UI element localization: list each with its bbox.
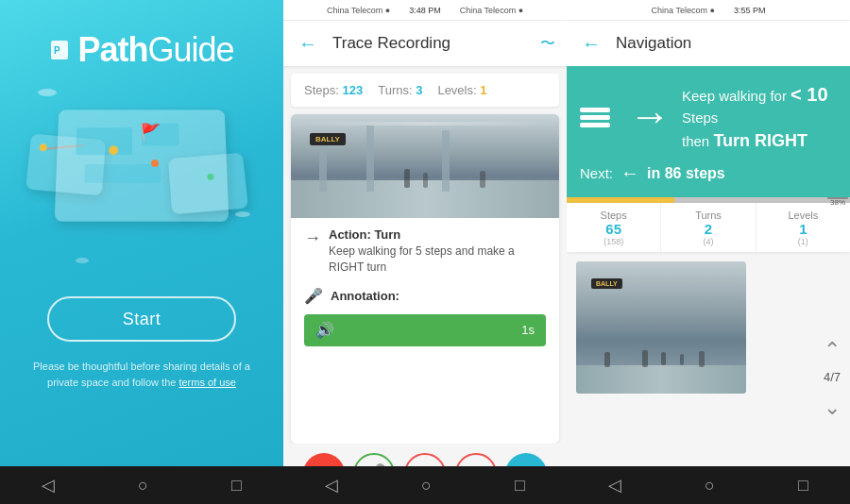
svg-text:P: P [54, 45, 60, 56]
person-1 [404, 169, 410, 188]
statusbar-carrier-left: China Telecom ● [327, 6, 390, 15]
trace-stats-row: Steps: 123 Turns: 3 Levels: 1 [291, 74, 559, 107]
terms-of-use-link[interactable]: terms of use [178, 377, 236, 388]
recents-nav-icon[interactable]: □ [231, 476, 242, 496]
android-nav-bar: ◁ ○ □ [0, 466, 283, 504]
deco-2 [235, 211, 250, 217]
location-image: BALLY [291, 114, 559, 218]
instruction-card: → Keep walking for < 10 Steps then Turn … [567, 66, 850, 197]
nav-person-2 [680, 354, 684, 365]
instruction-line-1: Keep walking for < 10 Steps [682, 81, 837, 127]
levels-stat: Levels: 1 [437, 83, 486, 97]
deco-1 [38, 89, 57, 96]
instruction-main-text: Keep walking for [682, 88, 787, 104]
navigation-arrow-icon [580, 108, 610, 127]
person-3 [480, 171, 485, 188]
map-room-3 [84, 164, 161, 183]
action-arrow-icon: → [304, 228, 321, 248]
turns-stat: Turns: 3 [378, 83, 422, 97]
pathguide-panel: P Path Guide 🚩 Start Please be thoughtfu… [0, 0, 283, 504]
trace-statusbar: China Telecom ● 3:48 PM China Telecom ● [283, 0, 567, 21]
instruction-then: then [682, 133, 709, 149]
airport-sign: BALLY [310, 133, 346, 145]
nav-statusbar-time: 3:55 PM [734, 6, 766, 15]
page-indicator: ⌃ 4/7 ⌄ [824, 337, 841, 419]
action-text-block: Action: Turn Keep walking for 5 steps an… [329, 227, 546, 276]
instruction-walking-text: Keep walking for < 10 Steps then Turn RI… [682, 81, 837, 153]
nav-levels-stat: Levels 1 (1) [756, 203, 850, 252]
instruction-main-row: → Keep walking for < 10 Steps then Turn … [580, 81, 837, 153]
annotation-section: 🎤 Annotation: [291, 281, 559, 314]
chevron-up-icon[interactable]: ⌃ [824, 337, 841, 361]
statusbar-carrier-right: China Telecom ● [460, 6, 523, 15]
instruction-text-container: → [629, 95, 671, 139]
progress-fill [567, 197, 674, 203]
next-row: Next: ← in 86 steps [580, 162, 837, 184]
home-nav-icon-3[interactable]: ○ [705, 476, 715, 496]
map-room-1 [76, 127, 132, 155]
map-card-right [168, 153, 248, 215]
instruction-line-2: then Turn RIGHT [682, 129, 837, 153]
arrow-line-2 [580, 115, 610, 120]
next-steps-text: in 86 steps [647, 165, 725, 182]
statusbar-time: 3:48 PM [409, 6, 441, 15]
map-flag-icon: 🚩 [140, 123, 161, 143]
trace-main-card: BALLY → Action: Turn Keep walking for 5 … [291, 114, 559, 444]
footer-text: Please be thoughtful before sharing deta… [0, 359, 283, 390]
page-number: 4/7 [824, 369, 841, 383]
map-dot-2 [109, 145, 118, 155]
nav-airport-floor [576, 365, 746, 394]
action-description: Keep walking for 5 steps and make a RIGH… [329, 244, 546, 276]
arrow-line-1 [580, 108, 610, 112]
nav-steps-stat: Steps 65 (158) [567, 203, 661, 252]
recents-nav-icon-3[interactable]: □ [798, 476, 808, 496]
app-logo: P Path Guide [49, 30, 233, 70]
nav-airport-bg: BALLY [576, 261, 746, 394]
person-2 [423, 173, 428, 188]
logo-guide-text: Guide [147, 30, 233, 70]
nav-turns-stat: Turns 2 (4) [661, 203, 756, 252]
pillar-3 [442, 130, 450, 192]
start-button[interactable]: Start [47, 296, 236, 342]
map-dot-3 [151, 160, 159, 167]
pillar-2 [366, 126, 374, 192]
ceiling-light [291, 122, 559, 126]
progress-bar: 38% [567, 197, 850, 203]
deco-3 [76, 258, 89, 263]
android-nav-bar-2: ◁ ○ □ [283, 466, 567, 504]
action-section: → Action: Turn Keep walking for 5 steps … [291, 218, 559, 281]
recents-nav-icon-2[interactable]: □ [515, 476, 525, 496]
map-dot-4 [207, 174, 214, 180]
back-nav-icon-3[interactable]: ◁ [608, 475, 621, 496]
logo-path-text: Path [77, 30, 147, 70]
next-label: Next: [580, 165, 613, 181]
nav-pillar-3 [699, 351, 705, 367]
navigation-panel: China Telecom ● 3:55 PM ← Navigation → [567, 0, 850, 504]
progress-label: 38% [827, 197, 848, 199]
trace-back-button[interactable]: ← [295, 30, 321, 57]
arrow-line-3 [580, 123, 610, 127]
nav-pillar-1 [604, 352, 610, 367]
map-illustration: 🚩 [28, 79, 255, 268]
nav-location-image: BALLY [576, 261, 746, 394]
nav-topbar: ← Navigation [567, 21, 850, 66]
back-nav-icon[interactable]: ◁ [42, 475, 55, 496]
nav-airport-sign: BALLY [591, 278, 622, 289]
wave-icon: 〜 [540, 34, 555, 54]
instruction-arrow-row: → [629, 95, 671, 137]
home-nav-icon-2[interactable]: ○ [421, 476, 432, 496]
steps-stat: Steps: 123 [304, 83, 363, 97]
instruction-turn: Turn RIGHT [713, 131, 808, 150]
home-nav-icon[interactable]: ○ [138, 476, 148, 496]
annotation-audio-bar[interactable]: 🔊 1s [304, 314, 546, 346]
chevron-down-icon[interactable]: ⌄ [824, 395, 841, 419]
microphone-icon: 🎤 [304, 287, 323, 305]
instruction-unit: Steps [682, 109, 718, 126]
path-logo-icon: P [49, 37, 76, 63]
play-icon[interactable]: 🔊 [315, 321, 334, 339]
trace-recording-title: Trace Recording [332, 34, 529, 53]
nav-back-button[interactable]: ← [578, 30, 604, 57]
android-nav-bar-3: ◁ ○ □ [567, 466, 850, 504]
action-title: Action: Turn [329, 227, 546, 242]
back-nav-icon-2[interactable]: ◁ [325, 475, 338, 496]
